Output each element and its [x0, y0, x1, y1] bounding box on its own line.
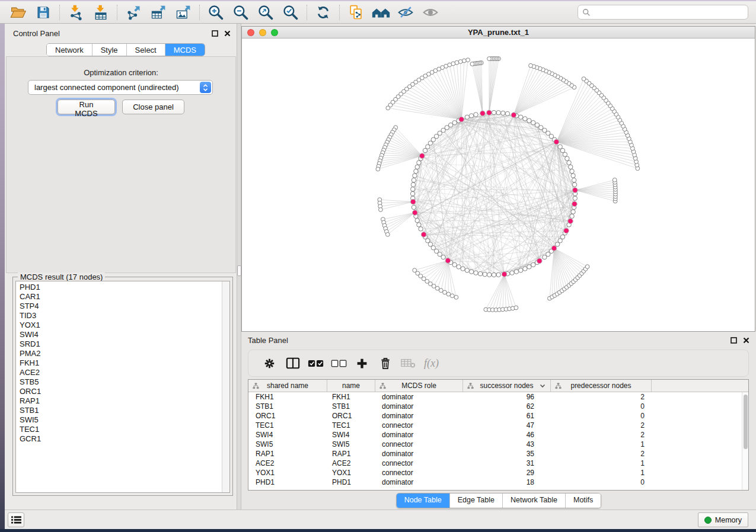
cell-filler[interactable] [652, 392, 748, 402]
graph-node[interactable] [441, 255, 445, 259]
cell-filler[interactable] [652, 430, 748, 440]
graph-node[interactable] [570, 169, 574, 173]
cell-mcds-role[interactable]: dominator [375, 449, 463, 459]
zoom-selected-button[interactable] [278, 2, 303, 23]
graph-node[interactable] [496, 111, 500, 115]
graph-mcds-node[interactable] [564, 228, 569, 233]
cell-filler[interactable] [652, 440, 748, 449]
mcds-result-item[interactable]: SRD1 [16, 339, 229, 349]
cell-predecessor-nodes[interactable]: 2 [551, 392, 652, 402]
graph-node[interactable] [585, 265, 589, 269]
graph-mcds-node[interactable] [459, 117, 464, 122]
graph-node[interactable] [519, 268, 523, 273]
mcds-result-item[interactable]: FKH1 [16, 358, 229, 368]
network-graph[interactable] [242, 39, 755, 331]
graph-node[interactable] [572, 178, 576, 182]
graph-node[interactable] [415, 165, 419, 169]
graph-node[interactable] [523, 267, 527, 271]
graph-node[interactable] [569, 165, 573, 169]
graph-node[interactable] [417, 161, 421, 165]
graph-node[interactable] [439, 289, 443, 293]
tab-network-table[interactable]: Network Table [502, 493, 565, 508]
tab-style[interactable]: Style [92, 44, 126, 56]
graph-node[interactable] [386, 106, 390, 110]
graph-node[interactable] [411, 182, 415, 187]
tab-edge-table[interactable]: Edge Table [449, 493, 502, 508]
graph-node[interactable] [452, 120, 457, 124]
graph-node[interactable] [573, 196, 577, 200]
graph-mcds-node[interactable] [537, 258, 543, 264]
select-all-rows-button[interactable] [304, 351, 327, 375]
cell-mcds-role[interactable]: dominator [375, 392, 463, 402]
graph-node[interactable] [478, 271, 482, 275]
graph-node[interactable] [474, 113, 478, 117]
cell-filler[interactable] [652, 402, 748, 411]
import-network-button[interactable] [63, 2, 88, 23]
cell-predecessor-nodes[interactable]: 1 [551, 459, 652, 468]
cell-filler[interactable] [652, 477, 748, 487]
tab-network[interactable]: Network [47, 44, 92, 56]
table-row[interactable]: ACE2ACE2connector311 [248, 459, 748, 468]
cell-predecessor-nodes[interactable]: 2 [551, 430, 652, 440]
network-window-titlebar[interactable]: YPA_prune.txt_1 [242, 27, 755, 39]
graph-mcds-node[interactable] [487, 110, 492, 116]
cell-successor-nodes[interactable]: 35 [463, 449, 551, 459]
mcds-result-item[interactable]: PHD1 [16, 283, 229, 292]
graph-node[interactable] [417, 223, 421, 227]
cell-successor-nodes[interactable]: 43 [463, 440, 551, 449]
graph-node[interactable] [379, 208, 383, 212]
mcds-result-item[interactable]: YOX1 [16, 321, 229, 330]
panel-menu-button[interactable] [8, 512, 24, 527]
table-row[interactable]: SWI5SWI5connector431 [248, 440, 748, 449]
column-header-successor-nodes[interactable]: successor nodes [463, 380, 551, 392]
graph-node[interactable] [483, 272, 487, 276]
graph-node[interactable] [505, 111, 509, 116]
cell-successor-nodes[interactable]: 61 [463, 411, 551, 421]
table-row[interactable]: SWI4SWI4dominator462 [248, 430, 748, 440]
graph-mcds-node[interactable] [502, 272, 507, 277]
graph-node[interactable] [613, 178, 617, 182]
column-header-predecessor-nodes[interactable]: predecessor nodes [551, 380, 652, 392]
function-builder-button[interactable]: f(x) [420, 351, 443, 375]
mcds-result-item[interactable]: SWI4 [16, 330, 229, 339]
tab-mcds[interactable]: MCDS [165, 44, 205, 56]
graph-node[interactable] [465, 115, 469, 119]
cell-shared-name[interactable]: YOX1 [248, 468, 327, 477]
graph-node[interactable] [492, 273, 496, 277]
import-table-button[interactable] [88, 2, 113, 23]
graph-node[interactable] [457, 265, 461, 269]
cell-predecessor-nodes[interactable]: 2 [551, 449, 652, 459]
cell-predecessor-nodes[interactable]: 0 [551, 402, 652, 411]
graph-node[interactable] [565, 156, 569, 161]
graph-node[interactable] [496, 273, 500, 277]
show-all-button[interactable] [418, 2, 443, 23]
open-file-button[interactable] [6, 2, 31, 23]
graph-node[interactable] [443, 290, 447, 294]
table-scrollbar[interactable] [742, 392, 748, 490]
clone-network-button[interactable] [343, 2, 368, 23]
graph-node[interactable] [519, 115, 523, 119]
delete-table-button[interactable] [397, 351, 420, 375]
tab-node-table[interactable]: Node Table [397, 493, 449, 508]
cell-mcds-role[interactable]: connector [375, 468, 463, 477]
graph-mcds-node[interactable] [413, 210, 418, 216]
mcds-result-item[interactable]: GCR1 [16, 434, 229, 444]
zoom-fit-button[interactable] [253, 2, 278, 23]
graph-node[interactable] [411, 187, 415, 191]
graph-node[interactable] [487, 273, 492, 277]
table-row[interactable]: FKH1FKH1dominator962 [248, 392, 748, 402]
tab-select[interactable]: Select [126, 44, 165, 56]
graph-mcds-node[interactable] [551, 246, 557, 251]
graph-node[interactable] [501, 111, 505, 115]
cell-name[interactable]: PHD1 [327, 477, 375, 487]
zoom-out-button[interactable] [228, 2, 253, 23]
graph-node[interactable] [572, 182, 576, 187]
graph-node[interactable] [410, 191, 414, 196]
mcds-result-item[interactable]: SWI5 [16, 415, 229, 425]
graph-node[interactable] [523, 117, 527, 121]
hide-selected-button[interactable] [393, 2, 418, 23]
export-image-button[interactable] [171, 2, 196, 23]
graph-node[interactable] [560, 235, 564, 239]
graph-node[interactable] [531, 120, 535, 124]
table-row[interactable]: PHD1PHD1dominator180 [248, 477, 748, 487]
